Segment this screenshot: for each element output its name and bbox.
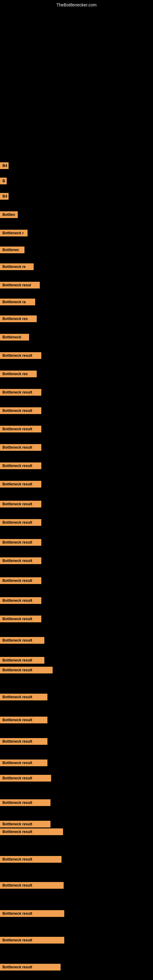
bottleneck-result-item: Bottleneck r [0, 230, 27, 236]
bottleneck-result-item: Bottleneck res [0, 315, 37, 322]
bottleneck-result-item: Bottleneck result [0, 519, 41, 526]
bottleneck-result-item: Bottleneck result [0, 964, 61, 970]
bottleneck-result-item: Bottleneck result [0, 856, 62, 863]
bottleneck-result-item: Bottleneck result [0, 937, 64, 943]
bottleneck-result-item: Bottleneck result [0, 481, 41, 488]
bottleneck-result-item: Bottleneck result [0, 352, 41, 359]
bottleneck-result-item: Bottleneck result [0, 759, 48, 766]
bottleneck-result-item: Bottleneck result [0, 389, 41, 396]
bottleneck-result-item: Bottleneck result [0, 799, 51, 806]
bottleneck-result-item: Bottleneck result [0, 717, 48, 723]
bottleneck-result-item: Bottleneck result [0, 444, 41, 451]
bottleneck-result-item: Bottleneck result [0, 557, 41, 564]
bottleneck-result-item: Bottleneck result [0, 539, 41, 546]
bottleneck-result-item: Bottlenec [0, 247, 24, 253]
bottleneck-result-item: Bottleneck re [0, 263, 33, 270]
bottleneck-result-item: Bottleneck res [0, 371, 37, 377]
bottleneck-result-item: B4 [0, 193, 9, 200]
bottleneck-result-item: Bottleneck result [0, 407, 41, 414]
bottleneck-result-item: Bottleneck result [0, 882, 64, 889]
bottleneck-result-item: Bottleneck result [0, 597, 41, 604]
bottleneck-result-item: Bottlen [0, 211, 18, 218]
bottleneck-result-item: B [0, 178, 7, 185]
bottleneck-result-item: B4 [0, 162, 9, 169]
bottleneck-result-item: Bottleneck result [0, 667, 53, 673]
bottleneck-result-item: Bottleneck result [0, 577, 41, 584]
bottleneck-result-item: Bottleneck result [0, 910, 64, 917]
bottleneck-result-item: Bottleneck result [0, 775, 51, 781]
bottleneck-result-item: Bottleneck [0, 334, 29, 340]
bottleneck-result-item: Bottleneck result [0, 829, 63, 835]
site-title: TheBottlenecker.com [56, 2, 97, 7]
bottleneck-result-item: Bottleneck result [0, 616, 41, 622]
bottleneck-result-item: Bottleneck result [0, 657, 45, 663]
bottleneck-result-item: Bottleneck resul [0, 282, 40, 288]
bottleneck-result-item: Bottleneck result [0, 738, 48, 745]
bottleneck-result-item: Bottleneck result [0, 501, 41, 508]
bottleneck-result-item: Bottleneck result [0, 821, 51, 827]
bottleneck-result-item: Bottleneck ra [0, 299, 35, 305]
bottleneck-result-item: Bottleneck result [0, 463, 41, 469]
bottleneck-result-item: Bottleneck result [0, 694, 48, 700]
bottleneck-result-item: Bottleneck result [0, 637, 45, 644]
bottleneck-result-item: Bottleneck result [0, 426, 41, 433]
